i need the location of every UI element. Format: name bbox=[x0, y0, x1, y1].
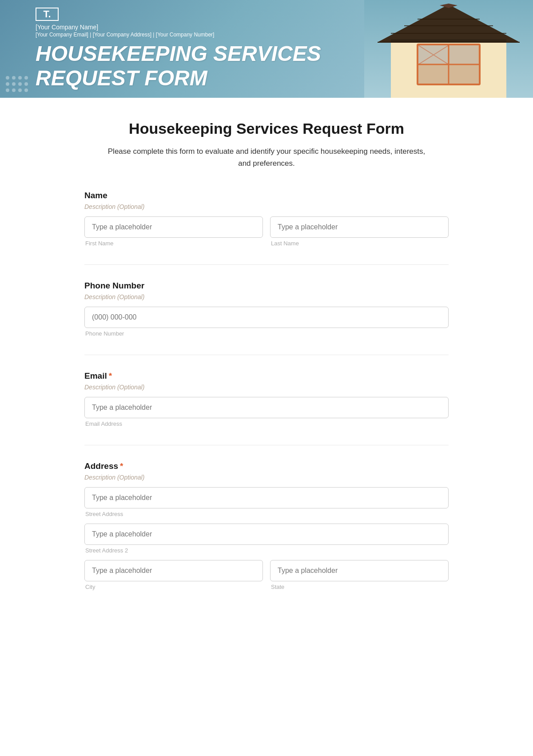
email-section: Email* Description (Optional) Email Addr… bbox=[84, 371, 449, 427]
street-address2-input[interactable] bbox=[84, 524, 449, 545]
city-state-row: City State bbox=[84, 560, 449, 590]
name-section-description: Description (Optional) bbox=[84, 203, 449, 210]
state-sublabel: State bbox=[270, 584, 449, 590]
phone-section: Phone Number Description (Optional) Phon… bbox=[84, 281, 449, 337]
state-col: State bbox=[270, 560, 449, 590]
divider-3 bbox=[84, 445, 449, 445]
street-address-input[interactable] bbox=[84, 487, 449, 508]
name-section: Name Description (Optional) First Name L… bbox=[84, 191, 449, 247]
last-name-col: Last Name bbox=[270, 216, 449, 247]
city-sublabel: City bbox=[84, 584, 263, 590]
address-section-label: Address* bbox=[84, 461, 449, 471]
phone-section-description: Description (Optional) bbox=[84, 293, 449, 300]
header-title: Housekeeping Services Request Form bbox=[36, 41, 321, 90]
divider-1 bbox=[84, 264, 449, 265]
street-address-field: Street Address bbox=[84, 487, 449, 517]
svg-rect-15 bbox=[449, 45, 478, 64]
form-main-title: Housekeeping Services Request Form bbox=[84, 120, 449, 137]
city-col: City bbox=[84, 560, 263, 590]
svg-rect-14 bbox=[418, 45, 448, 64]
address-section: Address* Description (Optional) Street A… bbox=[84, 461, 449, 590]
first-name-sublabel: First Name bbox=[84, 240, 263, 247]
logo-icon: T. bbox=[43, 8, 51, 20]
svg-rect-16 bbox=[391, 39, 506, 43]
header-banner: T. [Your Company Name] [Your Company Ema… bbox=[0, 0, 533, 98]
last-name-input[interactable] bbox=[270, 216, 449, 238]
company-details: [Your Company Email] | [Your Company Add… bbox=[36, 32, 214, 38]
email-section-label: Email* bbox=[84, 371, 449, 381]
form-description: Please complete this form to evaluate an… bbox=[107, 145, 426, 169]
form-container: Housekeeping Services Request Form Pleas… bbox=[67, 98, 466, 635]
logo-box: T. bbox=[36, 8, 59, 21]
street-address2-sublabel: Street Address 2 bbox=[84, 547, 449, 554]
house-illustration bbox=[364, 0, 533, 98]
email-required-star: * bbox=[109, 371, 112, 380]
phone-input[interactable] bbox=[84, 307, 449, 328]
phone-sublabel: Phone Number bbox=[84, 330, 449, 337]
company-name: [Your Company Name] bbox=[36, 24, 98, 31]
email-sublabel: Email Address bbox=[84, 420, 449, 427]
address-section-description: Description (Optional) bbox=[84, 474, 449, 481]
address-required-star: * bbox=[120, 461, 123, 471]
email-input[interactable] bbox=[84, 397, 449, 418]
name-section-label: Name bbox=[84, 191, 449, 200]
street-address2-field: Street Address 2 bbox=[84, 524, 449, 554]
city-input[interactable] bbox=[84, 560, 263, 581]
first-name-col: First Name bbox=[84, 216, 263, 247]
email-section-description: Description (Optional) bbox=[84, 384, 449, 391]
state-input[interactable] bbox=[270, 560, 449, 581]
phone-section-label: Phone Number bbox=[84, 281, 449, 291]
street-address-sublabel: Street Address bbox=[84, 511, 449, 517]
phone-field: Phone Number bbox=[84, 307, 449, 337]
last-name-sublabel: Last Name bbox=[270, 240, 449, 247]
divider-2 bbox=[84, 355, 449, 355]
email-field: Email Address bbox=[84, 397, 449, 427]
name-field-row: First Name Last Name bbox=[84, 216, 449, 247]
first-name-input[interactable] bbox=[84, 216, 263, 238]
